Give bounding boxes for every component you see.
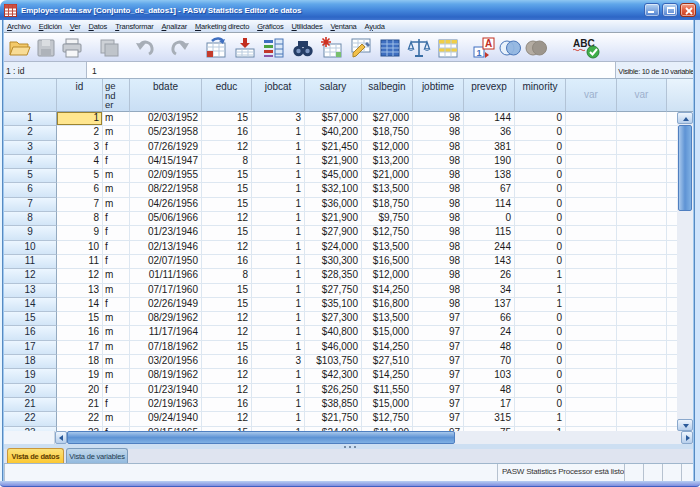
cell-salbegin-3[interactable]: $12,000	[362, 141, 413, 155]
cell-var-5[interactable]	[566, 169, 617, 183]
cell-id-9[interactable]: 9	[57, 226, 103, 240]
cell-jobtime-20[interactable]: 97	[413, 384, 464, 398]
row-header[interactable]: 9	[4, 226, 57, 240]
row-header[interactable]: 4	[4, 155, 57, 169]
cell-jobcat-3[interactable]: 1	[252, 141, 305, 155]
cell-prevexp-3[interactable]: 381	[464, 141, 515, 155]
menu-item[interactable]: Archivo	[3, 22, 35, 31]
cell-var-13[interactable]	[617, 284, 667, 298]
row-header[interactable]: 7	[4, 198, 57, 212]
cell-var-14[interactable]	[566, 298, 617, 312]
cell-educ-20[interactable]: 12	[202, 384, 252, 398]
cell-salary-20[interactable]: $26,250	[305, 384, 362, 398]
cell-jobtime-11[interactable]: 98	[413, 255, 464, 269]
save-icon[interactable]	[34, 36, 60, 60]
cell-prevexp-15[interactable]: 66	[464, 312, 515, 326]
cell-id-1[interactable]: 1	[57, 112, 103, 126]
cell-salary-2[interactable]: $40,200	[305, 126, 362, 140]
cell-gender-16[interactable]: m	[103, 326, 130, 340]
cell-var-19[interactable]	[617, 369, 667, 383]
column-header-salary[interactable]: salary	[305, 79, 362, 112]
cell-salbegin-15[interactable]: $13,500	[362, 312, 413, 326]
cell-jobtime-17[interactable]: 97	[413, 341, 464, 355]
show-all-variables-icon[interactable]	[524, 36, 550, 60]
cell-bdate-11[interactable]: 02/07/1950	[130, 255, 202, 269]
row-header[interactable]: 11	[4, 255, 57, 269]
cell-jobcat-1[interactable]: 3	[252, 112, 305, 126]
cell-jobtime-8[interactable]: 98	[413, 212, 464, 226]
row-header[interactable]: 10	[4, 241, 57, 255]
cell-gender-8[interactable]: f	[103, 212, 130, 226]
row-header[interactable]: 5	[4, 169, 57, 183]
cell-salbegin-20[interactable]: $11,550	[362, 384, 413, 398]
cell-gender-10[interactable]: f	[103, 241, 130, 255]
cell-salbegin-4[interactable]: $13,200	[362, 155, 413, 169]
cell-jobtime-1[interactable]: 98	[413, 112, 464, 126]
cell-jobcat-20[interactable]: 1	[252, 384, 305, 398]
cell-jobtime-15[interactable]: 97	[413, 312, 464, 326]
cell-jobcat-13[interactable]: 1	[252, 284, 305, 298]
cell-prevexp-19[interactable]: 103	[464, 369, 515, 383]
cell-var-5[interactable]	[617, 169, 667, 183]
cell-salbegin-19[interactable]: $14,250	[362, 369, 413, 383]
cell-var-15[interactable]	[617, 312, 667, 326]
cell-gender-6[interactable]: m	[103, 183, 130, 197]
cell-var-8[interactable]	[566, 212, 617, 226]
cell-bdate-21[interactable]: 02/19/1963	[130, 398, 202, 412]
cell-var-19[interactable]	[566, 369, 617, 383]
cell-salbegin-7[interactable]: $18,750	[362, 198, 413, 212]
cell-id-2[interactable]: 2	[57, 126, 103, 140]
cell-salary-7[interactable]: $36,000	[305, 198, 362, 212]
cell-educ-11[interactable]: 16	[202, 255, 252, 269]
cell-jobcat-14[interactable]: 1	[252, 298, 305, 312]
cell-prevexp-14[interactable]: 137	[464, 298, 515, 312]
cell-bdate-9[interactable]: 01/23/1946	[130, 226, 202, 240]
insert-variable-icon[interactable]	[349, 36, 375, 60]
row-header[interactable]: 3	[4, 141, 57, 155]
cell-minority-4[interactable]: 0	[515, 155, 566, 169]
redo-icon[interactable]	[167, 36, 193, 60]
grid-corner-cell[interactable]	[4, 79, 57, 112]
cell-var-4[interactable]	[566, 155, 617, 169]
cell-gender-17[interactable]: m	[103, 341, 130, 355]
column-header-jobcat[interactable]: jobcat	[252, 79, 305, 112]
menu-item[interactable]: Edición	[35, 22, 66, 31]
cell-prevexp-7[interactable]: 114	[464, 198, 515, 212]
cell-salary-17[interactable]: $46,000	[305, 341, 362, 355]
cell-bdate-4[interactable]: 04/15/1947	[130, 155, 202, 169]
cell-salbegin-1[interactable]: $27,000	[362, 112, 413, 126]
undo-icon[interactable]	[134, 36, 160, 60]
cell-prevexp-6[interactable]: 67	[464, 183, 515, 197]
cell-educ-22[interactable]: 12	[202, 412, 252, 426]
cell-bdate-1[interactable]: 02/03/1952	[130, 112, 202, 126]
cell-jobtime-10[interactable]: 98	[413, 241, 464, 255]
cell-bdate-2[interactable]: 05/23/1958	[130, 126, 202, 140]
cell-var-11[interactable]	[617, 255, 667, 269]
cell-jobcat-11[interactable]: 1	[252, 255, 305, 269]
cell-salary-12[interactable]: $28,350	[305, 269, 362, 283]
cell-bdate-15[interactable]: 08/29/1962	[130, 312, 202, 326]
column-header-educ[interactable]: educ	[202, 79, 252, 112]
cell-prevexp-12[interactable]: 26	[464, 269, 515, 283]
cell-minority-15[interactable]: 0	[515, 312, 566, 326]
cell-educ-9[interactable]: 15	[202, 226, 252, 240]
cell-var-8[interactable]	[617, 212, 667, 226]
vertical-scroll-thumb[interactable]	[678, 125, 692, 211]
row-header[interactable]: 16	[4, 326, 57, 340]
cell-id-11[interactable]: 11	[57, 255, 103, 269]
column-header-minority[interactable]: minority	[515, 79, 566, 112]
cell-jobtime-5[interactable]: 98	[413, 169, 464, 183]
cell-educ-18[interactable]: 16	[202, 355, 252, 369]
cell-minority-11[interactable]: 0	[515, 255, 566, 269]
cell-salbegin-18[interactable]: $27,510	[362, 355, 413, 369]
cell-prevexp-18[interactable]: 70	[464, 355, 515, 369]
cell-prevexp-8[interactable]: 0	[464, 212, 515, 226]
cell-salbegin-22[interactable]: $12,750	[362, 412, 413, 426]
cell-salary-14[interactable]: $35,100	[305, 298, 362, 312]
menu-item[interactable]: Ventana	[326, 22, 360, 31]
cell-var-9[interactable]	[617, 226, 667, 240]
cell-prevexp-22[interactable]: 315	[464, 412, 515, 426]
cell-salary-21[interactable]: $38,850	[305, 398, 362, 412]
column-header-bdate[interactable]: bdate	[130, 79, 202, 112]
cell-educ-6[interactable]: 15	[202, 183, 252, 197]
